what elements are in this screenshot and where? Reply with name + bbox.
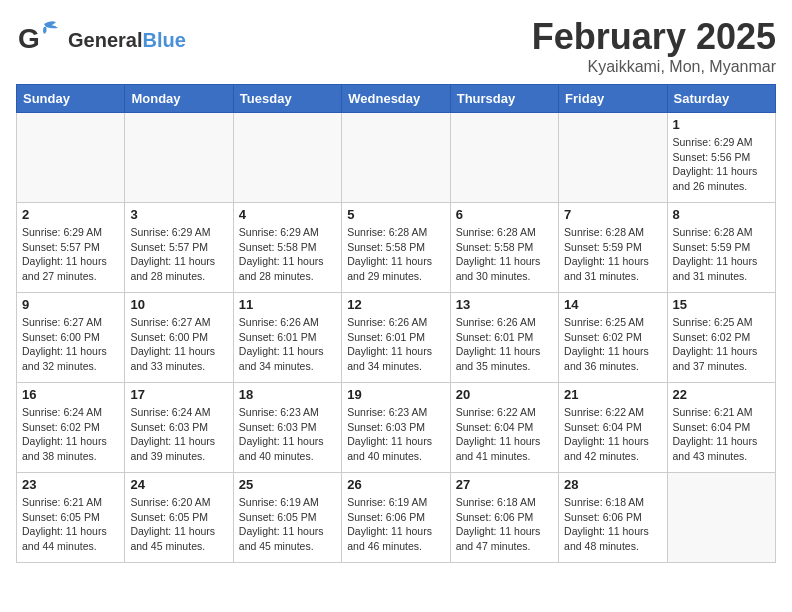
- day-info: Sunrise: 6:28 AMSunset: 5:59 PMDaylight:…: [673, 225, 770, 284]
- month-title: February 2025: [532, 16, 776, 58]
- calendar-cell: 16Sunrise: 6:24 AMSunset: 6:02 PMDayligh…: [17, 383, 125, 473]
- day-info: Sunrise: 6:19 AMSunset: 6:06 PMDaylight:…: [347, 495, 444, 554]
- day-number: 23: [22, 477, 119, 492]
- calendar-cell: 14Sunrise: 6:25 AMSunset: 6:02 PMDayligh…: [559, 293, 667, 383]
- day-number: 6: [456, 207, 553, 222]
- calendar-cell: 11Sunrise: 6:26 AMSunset: 6:01 PMDayligh…: [233, 293, 341, 383]
- calendar-cell: 21Sunrise: 6:22 AMSunset: 6:04 PMDayligh…: [559, 383, 667, 473]
- calendar-cell: 6Sunrise: 6:28 AMSunset: 5:58 PMDaylight…: [450, 203, 558, 293]
- calendar-cell: 25Sunrise: 6:19 AMSunset: 6:05 PMDayligh…: [233, 473, 341, 563]
- day-number: 17: [130, 387, 227, 402]
- calendar-cell: 2Sunrise: 6:29 AMSunset: 5:57 PMDaylight…: [17, 203, 125, 293]
- day-number: 22: [673, 387, 770, 402]
- day-info: Sunrise: 6:29 AMSunset: 5:56 PMDaylight:…: [673, 135, 770, 194]
- day-info: Sunrise: 6:28 AMSunset: 5:58 PMDaylight:…: [347, 225, 444, 284]
- week-row-0: 1Sunrise: 6:29 AMSunset: 5:56 PMDaylight…: [17, 113, 776, 203]
- day-number: 21: [564, 387, 661, 402]
- weekday-header-friday: Friday: [559, 85, 667, 113]
- day-info: Sunrise: 6:29 AMSunset: 5:57 PMDaylight:…: [22, 225, 119, 284]
- calendar-cell: 18Sunrise: 6:23 AMSunset: 6:03 PMDayligh…: [233, 383, 341, 473]
- logo-text: GeneralBlue: [68, 29, 186, 51]
- day-info: Sunrise: 6:21 AMSunset: 6:05 PMDaylight:…: [22, 495, 119, 554]
- logo-icon: G: [16, 16, 64, 64]
- week-row-1: 2Sunrise: 6:29 AMSunset: 5:57 PMDaylight…: [17, 203, 776, 293]
- day-info: Sunrise: 6:18 AMSunset: 6:06 PMDaylight:…: [456, 495, 553, 554]
- week-row-3: 16Sunrise: 6:24 AMSunset: 6:02 PMDayligh…: [17, 383, 776, 473]
- day-number: 27: [456, 477, 553, 492]
- weekday-header-thursday: Thursday: [450, 85, 558, 113]
- week-row-2: 9Sunrise: 6:27 AMSunset: 6:00 PMDaylight…: [17, 293, 776, 383]
- day-number: 1: [673, 117, 770, 132]
- day-number: 12: [347, 297, 444, 312]
- day-info: Sunrise: 6:25 AMSunset: 6:02 PMDaylight:…: [673, 315, 770, 374]
- calendar-cell: 19Sunrise: 6:23 AMSunset: 6:03 PMDayligh…: [342, 383, 450, 473]
- day-number: 7: [564, 207, 661, 222]
- calendar-cell: 28Sunrise: 6:18 AMSunset: 6:06 PMDayligh…: [559, 473, 667, 563]
- calendar-cell: 3Sunrise: 6:29 AMSunset: 5:57 PMDaylight…: [125, 203, 233, 293]
- calendar-cell: [667, 473, 775, 563]
- calendar-cell: 17Sunrise: 6:24 AMSunset: 6:03 PMDayligh…: [125, 383, 233, 473]
- calendar-cell: 10Sunrise: 6:27 AMSunset: 6:00 PMDayligh…: [125, 293, 233, 383]
- weekday-header-row: SundayMondayTuesdayWednesdayThursdayFrid…: [17, 85, 776, 113]
- day-number: 9: [22, 297, 119, 312]
- day-info: Sunrise: 6:26 AMSunset: 6:01 PMDaylight:…: [456, 315, 553, 374]
- day-info: Sunrise: 6:24 AMSunset: 6:02 PMDaylight:…: [22, 405, 119, 464]
- day-number: 11: [239, 297, 336, 312]
- day-number: 19: [347, 387, 444, 402]
- day-info: Sunrise: 6:21 AMSunset: 6:04 PMDaylight:…: [673, 405, 770, 464]
- location-title: Kyaikkami, Mon, Myanmar: [532, 58, 776, 76]
- day-info: Sunrise: 6:28 AMSunset: 5:59 PMDaylight:…: [564, 225, 661, 284]
- day-number: 24: [130, 477, 227, 492]
- calendar-cell: 1Sunrise: 6:29 AMSunset: 5:56 PMDaylight…: [667, 113, 775, 203]
- calendar-table: SundayMondayTuesdayWednesdayThursdayFrid…: [16, 84, 776, 563]
- calendar-cell: [125, 113, 233, 203]
- day-number: 5: [347, 207, 444, 222]
- day-info: Sunrise: 6:18 AMSunset: 6:06 PMDaylight:…: [564, 495, 661, 554]
- day-info: Sunrise: 6:25 AMSunset: 6:02 PMDaylight:…: [564, 315, 661, 374]
- day-info: Sunrise: 6:22 AMSunset: 6:04 PMDaylight:…: [564, 405, 661, 464]
- calendar-cell: 27Sunrise: 6:18 AMSunset: 6:06 PMDayligh…: [450, 473, 558, 563]
- calendar-cell: 15Sunrise: 6:25 AMSunset: 6:02 PMDayligh…: [667, 293, 775, 383]
- svg-text:G: G: [18, 23, 40, 54]
- day-info: Sunrise: 6:26 AMSunset: 6:01 PMDaylight:…: [239, 315, 336, 374]
- calendar-cell: [233, 113, 341, 203]
- day-info: Sunrise: 6:23 AMSunset: 6:03 PMDaylight:…: [239, 405, 336, 464]
- day-number: 28: [564, 477, 661, 492]
- logo-text2: Blue: [142, 29, 185, 51]
- day-info: Sunrise: 6:19 AMSunset: 6:05 PMDaylight:…: [239, 495, 336, 554]
- calendar-cell: 22Sunrise: 6:21 AMSunset: 6:04 PMDayligh…: [667, 383, 775, 473]
- day-info: Sunrise: 6:28 AMSunset: 5:58 PMDaylight:…: [456, 225, 553, 284]
- calendar-cell: 23Sunrise: 6:21 AMSunset: 6:05 PMDayligh…: [17, 473, 125, 563]
- calendar-cell: 4Sunrise: 6:29 AMSunset: 5:58 PMDaylight…: [233, 203, 341, 293]
- day-number: 4: [239, 207, 336, 222]
- calendar-cell: [17, 113, 125, 203]
- calendar-cell: [450, 113, 558, 203]
- day-info: Sunrise: 6:27 AMSunset: 6:00 PMDaylight:…: [22, 315, 119, 374]
- weekday-header-saturday: Saturday: [667, 85, 775, 113]
- day-number: 26: [347, 477, 444, 492]
- day-number: 14: [564, 297, 661, 312]
- day-number: 10: [130, 297, 227, 312]
- day-info: Sunrise: 6:23 AMSunset: 6:03 PMDaylight:…: [347, 405, 444, 464]
- day-info: Sunrise: 6:26 AMSunset: 6:01 PMDaylight:…: [347, 315, 444, 374]
- calendar-cell: 7Sunrise: 6:28 AMSunset: 5:59 PMDaylight…: [559, 203, 667, 293]
- logo: G GeneralBlue: [16, 16, 186, 64]
- day-number: 20: [456, 387, 553, 402]
- calendar-cell: [559, 113, 667, 203]
- weekday-header-wednesday: Wednesday: [342, 85, 450, 113]
- day-info: Sunrise: 6:24 AMSunset: 6:03 PMDaylight:…: [130, 405, 227, 464]
- calendar-cell: 26Sunrise: 6:19 AMSunset: 6:06 PMDayligh…: [342, 473, 450, 563]
- calendar-cell: 24Sunrise: 6:20 AMSunset: 6:05 PMDayligh…: [125, 473, 233, 563]
- day-number: 13: [456, 297, 553, 312]
- calendar-cell: 13Sunrise: 6:26 AMSunset: 6:01 PMDayligh…: [450, 293, 558, 383]
- calendar-cell: 8Sunrise: 6:28 AMSunset: 5:59 PMDaylight…: [667, 203, 775, 293]
- day-info: Sunrise: 6:29 AMSunset: 5:58 PMDaylight:…: [239, 225, 336, 284]
- day-info: Sunrise: 6:27 AMSunset: 6:00 PMDaylight:…: [130, 315, 227, 374]
- logo-text1: General: [68, 29, 142, 51]
- day-number: 3: [130, 207, 227, 222]
- calendar-cell: 20Sunrise: 6:22 AMSunset: 6:04 PMDayligh…: [450, 383, 558, 473]
- week-row-4: 23Sunrise: 6:21 AMSunset: 6:05 PMDayligh…: [17, 473, 776, 563]
- title-block: February 2025 Kyaikkami, Mon, Myanmar: [532, 16, 776, 76]
- calendar-cell: [342, 113, 450, 203]
- day-info: Sunrise: 6:20 AMSunset: 6:05 PMDaylight:…: [130, 495, 227, 554]
